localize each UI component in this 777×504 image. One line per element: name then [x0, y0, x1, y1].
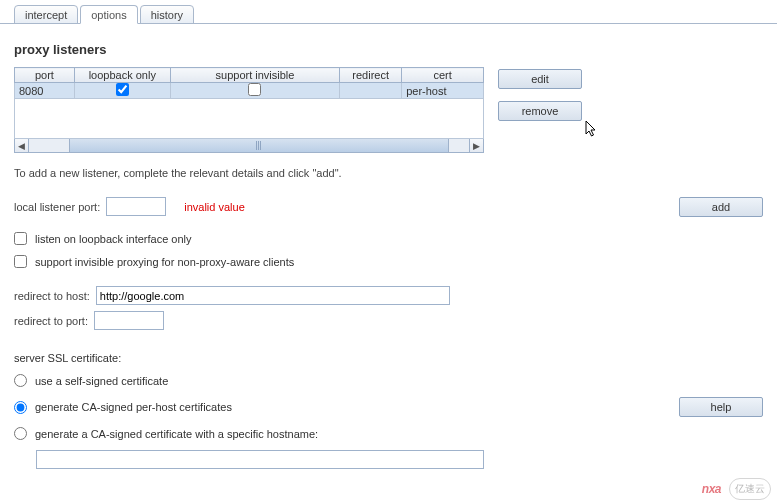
cell-port: 8080: [15, 83, 75, 99]
options-panel: proxy listeners port loopback only suppo…: [0, 24, 777, 483]
table-empty-area[interactable]: [14, 99, 484, 139]
scroll-right-arrow-icon[interactable]: ▶: [469, 139, 483, 152]
col-header-loopback[interactable]: loopback only: [74, 68, 170, 83]
ssl-ca-hostname-radio[interactable]: [14, 427, 27, 440]
watermark: nxa 亿速云: [702, 478, 771, 500]
local-listener-port-input[interactable]: [106, 197, 166, 216]
port-label: local listener port:: [14, 201, 100, 213]
col-header-redirect[interactable]: redirect: [340, 68, 402, 83]
tab-options[interactable]: options: [80, 5, 137, 24]
loopback-only-checkbox[interactable]: [14, 232, 27, 245]
add-button[interactable]: add: [679, 197, 763, 217]
ssl-hostname-input[interactable]: [36, 450, 484, 469]
help-button[interactable]: help: [679, 397, 763, 417]
col-header-port[interactable]: port: [15, 68, 75, 83]
ssl-ca-perhost-label: generate CA-signed per-host certificates: [35, 401, 232, 413]
ssl-ca-perhost-radio[interactable]: [14, 401, 27, 414]
horizontal-scrollbar[interactable]: ◀ ▶: [14, 139, 484, 153]
tab-intercept[interactable]: intercept: [14, 5, 78, 24]
support-invisible-label: support invisible proxying for non-proxy…: [35, 256, 294, 268]
listeners-table: port loopback only support invisible red…: [14, 67, 484, 153]
help-text: To add a new listener, complete the rele…: [14, 167, 763, 179]
row-loopback-checkbox[interactable]: [116, 83, 129, 96]
redirect-host-input[interactable]: [96, 286, 450, 305]
loopback-only-label: listen on loopback interface only: [35, 233, 192, 245]
scroll-track[interactable]: [29, 139, 469, 152]
support-invisible-checkbox[interactable]: [14, 255, 27, 268]
ssl-self-signed-radio[interactable]: [14, 374, 27, 387]
table-row[interactable]: 8080 per-host: [15, 83, 484, 99]
tab-bar: intercept options history: [0, 0, 777, 24]
col-header-invisible[interactable]: support invisible: [170, 68, 340, 83]
scroll-left-arrow-icon[interactable]: ◀: [15, 139, 29, 152]
tab-history[interactable]: history: [140, 5, 194, 24]
ssl-heading: server SSL certificate:: [14, 352, 763, 364]
cell-redirect: [340, 83, 402, 99]
edit-button[interactable]: edit: [498, 69, 582, 89]
watermark-logo-left: nxa: [702, 482, 721, 496]
cell-invisible: [170, 83, 340, 99]
col-header-cert[interactable]: cert: [402, 68, 484, 83]
cell-loopback: [74, 83, 170, 99]
redirect-port-input[interactable]: [94, 311, 164, 330]
row-invisible-checkbox[interactable]: [248, 83, 261, 96]
redirect-host-label: redirect to host:: [14, 290, 90, 302]
ssl-self-signed-label: use a self-signed certificate: [35, 375, 168, 387]
remove-button[interactable]: remove: [498, 101, 582, 121]
cell-cert: per-host: [402, 83, 484, 99]
ssl-ca-hostname-label: generate a CA-signed certificate with a …: [35, 428, 318, 440]
scroll-thumb[interactable]: [69, 139, 449, 152]
redirect-port-label: redirect to port:: [14, 315, 88, 327]
section-title: proxy listeners: [14, 42, 763, 57]
port-error: invalid value: [184, 201, 245, 213]
cloud-icon: 亿速云: [729, 478, 771, 500]
